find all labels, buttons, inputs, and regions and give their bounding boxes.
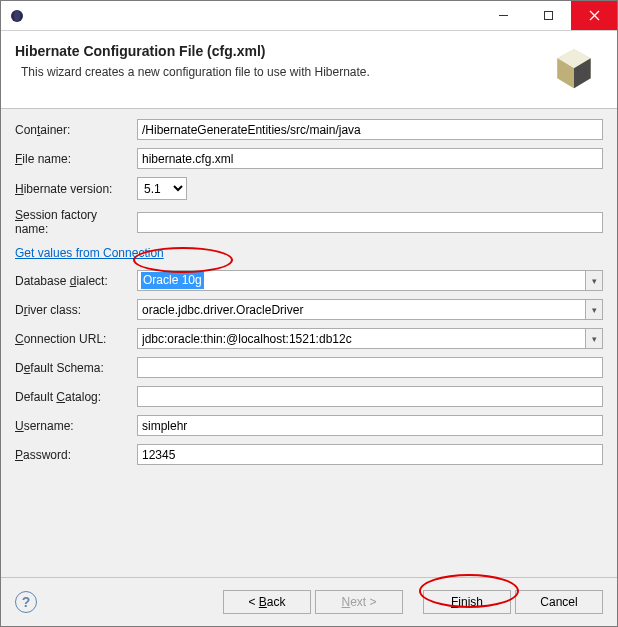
username-label: Username:	[15, 419, 131, 433]
filename-input[interactable]	[137, 148, 603, 169]
wizard-window: Hibernate Configuration File (cfg.xml) T…	[0, 0, 618, 627]
password-label: Password:	[15, 448, 131, 462]
hibernate-version-label: Hibernate version:	[15, 182, 131, 196]
svg-point-1	[14, 10, 20, 21]
minimize-button[interactable]	[481, 1, 526, 30]
dialect-combo[interactable]: Oracle 10g ▾	[137, 270, 603, 291]
svg-rect-3	[545, 12, 553, 20]
wizard-footer: ? < Back Next > Finish Cancel	[1, 577, 617, 626]
titlebar	[1, 1, 617, 31]
wizard-body: Container: File name: Hibernate version:…	[1, 109, 617, 577]
container-input[interactable]	[137, 119, 603, 140]
get-values-link[interactable]: Get values from Connection	[15, 246, 164, 260]
catalog-label: Default Catalog:	[15, 390, 131, 404]
dialect-label: Database dialect:	[15, 274, 131, 288]
username-input[interactable]	[137, 415, 603, 436]
container-label: Container:	[15, 123, 131, 137]
next-button: Next >	[315, 590, 403, 614]
back-button[interactable]: < Back	[223, 590, 311, 614]
password-input[interactable]	[137, 444, 603, 465]
maximize-button[interactable]	[526, 1, 571, 30]
driver-combo[interactable]: ▾	[137, 299, 603, 320]
session-factory-label: Session factory name:	[15, 208, 131, 236]
filename-label: File name:	[15, 152, 131, 166]
chevron-down-icon[interactable]: ▾	[585, 270, 603, 291]
url-label: Connection URL:	[15, 332, 131, 346]
finish-button[interactable]: Finish	[423, 590, 511, 614]
eclipse-icon	[9, 8, 25, 24]
cancel-button[interactable]: Cancel	[515, 590, 603, 614]
wizard-header: Hibernate Configuration File (cfg.xml) T…	[1, 31, 617, 109]
schema-label: Default Schema:	[15, 361, 131, 375]
session-factory-input[interactable]	[137, 212, 603, 233]
schema-input[interactable]	[137, 357, 603, 378]
chevron-down-icon[interactable]: ▾	[585, 299, 603, 320]
chevron-down-icon[interactable]: ▾	[585, 328, 603, 349]
help-icon[interactable]: ?	[15, 591, 37, 613]
driver-input[interactable]	[137, 299, 585, 320]
hibernate-icon	[549, 45, 599, 95]
hibernate-version-select[interactable]: 5.1	[137, 177, 187, 200]
catalog-input[interactable]	[137, 386, 603, 407]
url-input[interactable]	[137, 328, 585, 349]
driver-label: Driver class:	[15, 303, 131, 317]
close-button[interactable]	[571, 1, 617, 30]
dialect-input[interactable]	[137, 270, 585, 291]
wizard-title: Hibernate Configuration File (cfg.xml)	[15, 43, 603, 59]
wizard-description: This wizard creates a new configuration …	[15, 65, 603, 79]
url-combo[interactable]: ▾	[137, 328, 603, 349]
